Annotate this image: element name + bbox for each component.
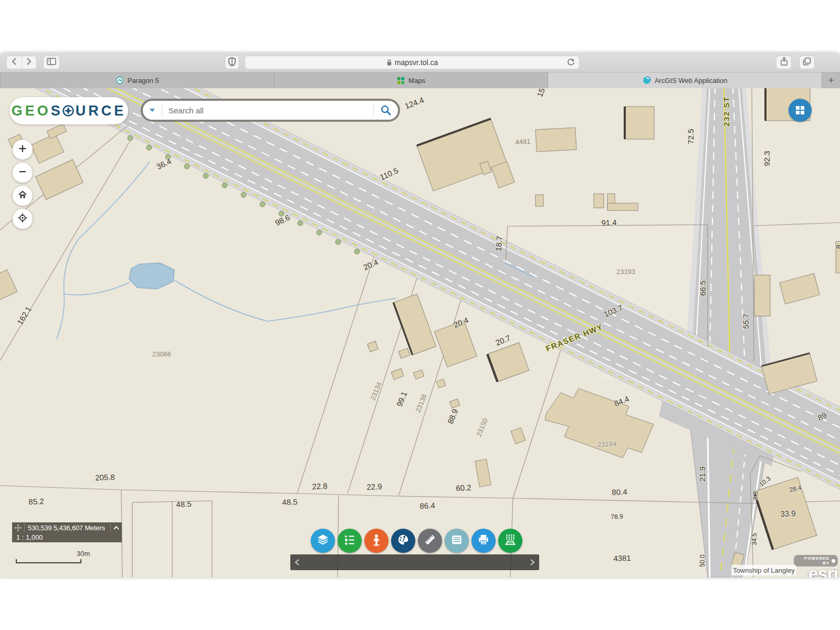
collapse-button[interactable]: [110, 523, 122, 532]
chevron-up-icon: [113, 526, 119, 530]
tabs-icon: [803, 57, 811, 68]
sidebar-icon: [47, 58, 56, 67]
tab-strip: Paragon 5MapsArcGIS Web Application+: [0, 72, 840, 88]
zoom-in-button[interactable]: [13, 140, 33, 160]
grid-icon: [794, 104, 806, 116]
dock-prev-button[interactable]: [292, 558, 302, 567]
person-icon: [370, 533, 383, 549]
zoom-out-button[interactable]: [13, 163, 33, 183]
pond: [129, 263, 174, 289]
coordinate-widget: 530,539 5,436,607 Meters 1 : 1,000: [12, 522, 122, 542]
logo-text-urce: URCE: [76, 103, 127, 119]
esri-logo: POWERED BY esri: [794, 552, 838, 576]
compass-icon: [62, 104, 75, 117]
back-icon: [11, 57, 17, 68]
measure-button[interactable]: [418, 529, 442, 553]
paragon-icon: [116, 76, 124, 85]
search-type-dropdown[interactable]: [143, 108, 162, 112]
road-232st-north: [686, 88, 772, 377]
tab-label: Maps: [408, 77, 425, 85]
drawing-button[interactable]: [391, 529, 415, 553]
crosshair-icon: [12, 523, 25, 532]
esri-dot-icon: [832, 559, 835, 563]
home-button[interactable]: [13, 186, 33, 206]
tab-paragon-5[interactable]: Paragon 5: [0, 72, 275, 88]
reload-button[interactable]: [567, 58, 575, 68]
search-icon: [380, 104, 392, 116]
tab-arcgis-web-application[interactable]: ArcGIS Web Application: [548, 72, 822, 88]
tab-overview-button[interactable]: [799, 56, 815, 69]
tab-label: Paragon 5: [128, 77, 159, 85]
table-button[interactable]: [445, 529, 469, 553]
logo-text-s: S: [51, 103, 63, 119]
forward-icon: [26, 57, 32, 68]
layers-icon: [316, 533, 330, 549]
sidebar-button[interactable]: [43, 56, 60, 69]
geosource-logo: GEO S URCE: [9, 97, 128, 124]
streetview-button[interactable]: [364, 529, 388, 553]
selection-button[interactable]: [498, 529, 522, 553]
privacy-shield-button[interactable]: [225, 56, 239, 69]
lock-icon: [386, 59, 392, 66]
tab-label: ArcGIS Web Application: [655, 77, 728, 85]
share-button[interactable]: [776, 56, 792, 69]
map-canvas[interactable]: 124.415448172.5232 ST92.336.4110.591.418…: [0, 88, 840, 578]
attribution: Township of Langley: [731, 565, 796, 575]
search-bar: [141, 99, 400, 122]
grid-surface-icon: [503, 533, 517, 549]
home-icon: [18, 190, 27, 202]
chevron-right-icon: [529, 559, 536, 566]
forward-button[interactable]: [22, 56, 36, 69]
esri-wordmark: esri: [794, 565, 838, 578]
address-bar[interactable]: mapsvr.tol.ca: [245, 56, 580, 69]
screen: mapsvr.tol.ca Paragon 5MapsArcGIS Web Ap…: [0, 0, 840, 630]
search-input[interactable]: [162, 106, 373, 115]
apps-grid-button[interactable]: [789, 99, 812, 122]
plus-icon: [18, 144, 27, 155]
logo-text-geo: GEO: [12, 103, 51, 119]
legend-icon: [343, 533, 356, 549]
shield-icon: [228, 57, 236, 68]
browser-window: mapsvr.tol.ca Paragon 5MapsArcGIS Web Ap…: [0, 52, 840, 578]
print-icon: [477, 533, 490, 549]
basemap-graphics: [0, 88, 840, 578]
dock-next-button[interactable]: [527, 558, 538, 567]
scale-bar: [16, 559, 81, 563]
widget-dock: [290, 554, 539, 570]
locate-icon: [18, 213, 27, 225]
chevron-left-icon: [294, 559, 300, 566]
coordinate-readout: 530,539 5,436,607 Meters: [25, 524, 110, 532]
minus-icon: [18, 167, 27, 178]
share-icon: [780, 57, 788, 68]
nav-buttons: [6, 56, 37, 69]
address-text: mapsvr.tol.ca: [395, 58, 438, 67]
maps-icon: [397, 77, 405, 85]
layers-button[interactable]: [311, 529, 335, 553]
tab-maps[interactable]: Maps: [275, 72, 549, 88]
palette-icon: [396, 533, 410, 549]
chevron-down-icon: [149, 108, 155, 112]
legend-button[interactable]: [338, 529, 362, 553]
table-icon: [450, 533, 464, 549]
ruler-icon: [423, 533, 437, 549]
print-button[interactable]: [471, 529, 496, 553]
back-button[interactable]: [7, 56, 22, 69]
scale-bar-label: 30m: [77, 550, 90, 558]
browser-toolbar: mapsvr.tol.ca: [0, 52, 840, 72]
search-button[interactable]: [374, 104, 398, 116]
map-scale-readout: 1 : 1,000: [12, 533, 122, 541]
arcgis-icon: [643, 76, 651, 85]
locate-button[interactable]: [13, 209, 33, 229]
new-tab-button[interactable]: +: [822, 72, 840, 88]
